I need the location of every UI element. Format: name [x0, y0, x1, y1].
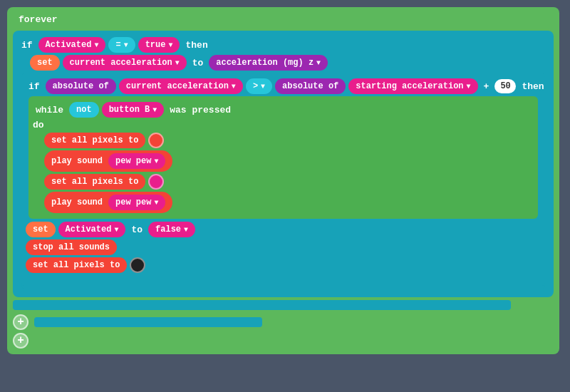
pew-pew-2-var[interactable]: pew pew: [108, 195, 165, 210]
play-sound-2-text: play sound: [51, 197, 103, 207]
forever-block: forever if Activated = true then set cur…: [7, 7, 559, 354]
if2-then: then: [519, 80, 546, 93]
if2-row: if absolute of current acceleration > ab…: [26, 78, 541, 94]
do-block: do set all pixels to play sound pew pew: [33, 120, 534, 213]
play-sound-1-text: play sound: [51, 156, 103, 166]
set-pixels-black-label: set all pixels to: [26, 257, 127, 273]
while-row: while not button B was pressed: [33, 102, 534, 118]
play-sound-2-row: play sound pew pew: [44, 192, 534, 213]
activated-var2[interactable]: Activated: [58, 222, 126, 237]
set-activated-false-row: set Activated to false: [26, 222, 541, 237]
button-b-var[interactable]: button B: [102, 102, 165, 118]
set1-keyword: set: [30, 55, 60, 71]
starting-acceleration-var[interactable]: starting acceleration: [348, 78, 477, 94]
forever-label: forever: [19, 14, 58, 25]
acceleration-mg-z[interactable]: acceleration (mg) z: [209, 55, 328, 71]
bottom-controls: +: [13, 314, 554, 330]
magenta-color-circle[interactable]: [148, 174, 164, 190]
if1-row: if Activated = true then: [19, 37, 548, 53]
true-value[interactable]: true: [138, 37, 180, 53]
if2-keyword: if: [26, 80, 43, 93]
set-pixels-magenta-label: set all pixels to: [44, 174, 145, 190]
stop-sounds-block: stop all sounds: [26, 239, 117, 255]
set-pixels-magenta-row: set all pixels to: [44, 174, 534, 190]
do-label: do: [33, 120, 44, 130]
plus-op: +: [481, 80, 492, 93]
set2-to: to: [128, 223, 145, 237]
greater-than-op[interactable]: >: [246, 78, 272, 94]
number-50[interactable]: 50: [494, 79, 516, 93]
set-acceleration-row: set current acceleration to acceleration…: [30, 55, 548, 71]
set-pixels-red-label: set all pixels to: [44, 133, 145, 148]
set-pixels-black-row: set all pixels to: [26, 257, 541, 273]
if1-then: then: [182, 38, 210, 52]
pew-pew-1-var[interactable]: pew pew: [108, 153, 165, 169]
play-sound-1-row: play sound pew pew: [44, 150, 534, 172]
if1-keyword: if: [19, 38, 36, 52]
add-block-button-1[interactable]: +: [13, 314, 28, 330]
absolute-of-label1: absolute of: [46, 78, 116, 94]
forever-bottom-circle: +: [13, 333, 554, 349]
if2-bottom-bar: [21, 276, 545, 286]
add-block-button-2[interactable]: +: [13, 333, 28, 349]
red-color-circle[interactable]: [148, 133, 164, 148]
play-sound-2-label: play sound pew pew: [44, 192, 172, 213]
absolute-of-label2: absolute of: [275, 78, 346, 94]
play-sound-1-label: play sound pew pew: [44, 150, 172, 172]
set-pixels-red-row: set all pixels to: [44, 133, 534, 148]
forever-label-row: forever: [13, 11, 554, 28]
if-activated-block: if Activated = true then set current acc…: [13, 31, 554, 297]
false-value[interactable]: false: [148, 222, 195, 237]
outer-cyan-bottom: [13, 300, 511, 310]
stop-sounds-row: stop all sounds: [26, 239, 541, 255]
set1-to: to: [190, 56, 207, 70]
was-pressed-label: was pressed: [167, 103, 234, 117]
if2-block: if absolute of current acceleration > ab…: [21, 73, 545, 289]
current-acceleration-var2[interactable]: current acceleration: [119, 78, 243, 94]
while-keyword: while: [33, 103, 66, 117]
black-color-circle[interactable]: [130, 257, 145, 273]
set2-keyword: set: [26, 222, 56, 237]
current-acceleration-var[interactable]: current acceleration: [63, 55, 187, 71]
activated-variable[interactable]: Activated: [38, 37, 106, 53]
equals-operator[interactable]: =: [108, 37, 135, 53]
bottom-bar-2: [34, 317, 262, 327]
while-block: while not button B was pressed do set al…: [28, 96, 538, 219]
not-keyword: not: [69, 102, 99, 118]
